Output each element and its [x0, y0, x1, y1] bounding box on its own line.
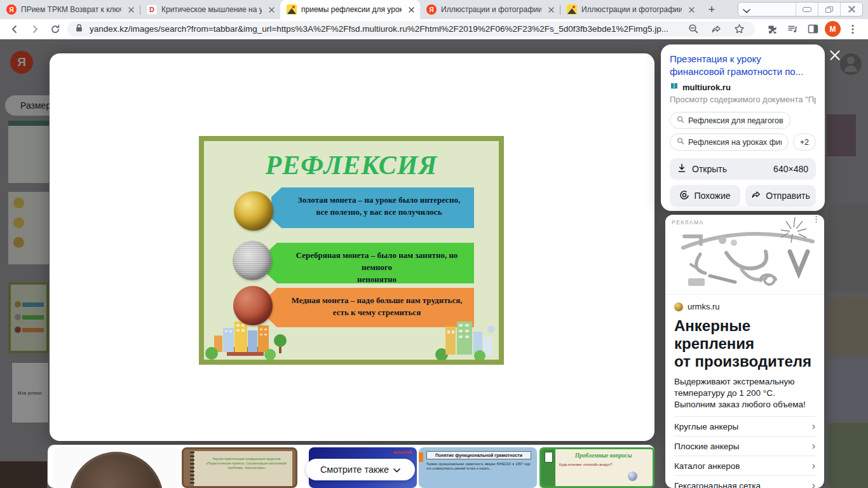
spiral-binding: [190, 452, 194, 485]
ad-sitelinks: Круглые анкеры› Плоские анкеры› Каталог …: [674, 416, 815, 488]
similar-lens-icon: [679, 190, 689, 202]
bookmark-star-icon[interactable]: [731, 21, 747, 37]
dimmed-thumbnail: [828, 360, 868, 419]
tab-title: Иллюстрации и фотографии из: [581, 5, 682, 14]
tab-1[interactable]: ПРием ТРКМ Возврат к ключевы: [0, 0, 140, 19]
thumbnail-notebook[interactable]: Научно-практическая конференция педагого…: [182, 447, 297, 488]
ad-sitelink[interactable]: Круглые анкеры›: [674, 417, 815, 437]
dimmed-thumbnail: [828, 423, 868, 488]
ad-sitelink[interactable]: Каталог анкеров›: [674, 456, 815, 476]
slide-banner-gold: Золотая монета – на уроке было интересно…: [271, 187, 474, 228]
dimmed-user-avatar: [840, 53, 862, 75]
dimmed-thumbnail: [828, 297, 868, 356]
slide-fragment-text: альной: [393, 449, 412, 455]
profile-avatar[interactable]: M: [825, 21, 841, 37]
source-book-icon: [670, 82, 679, 92]
main-image-slide[interactable]: РЕФЛЕКСИЯ Золотая монета – на уроке было…: [199, 136, 504, 365]
tab-close-icon[interactable]: [266, 4, 276, 15]
see-also-button[interactable]: Смотрите также: [306, 459, 415, 480]
back-button[interactable]: [6, 21, 23, 37]
ad-site-domain: urmks.ru: [688, 302, 720, 311]
browser-toolbar: yandex.kz/images/search?from=tabbar&img_…: [0, 19, 868, 39]
zoom-out-icon[interactable]: [685, 21, 702, 37]
chevron-right-icon: ›: [812, 421, 815, 432]
related-query-chip[interactable]: Рефлексия на уроках финансов...: [670, 133, 789, 151]
close-window-button[interactable]: [840, 3, 862, 16]
source-row[interactable]: multiurok.ru: [670, 82, 816, 92]
literacy-title: Понятие функциональной грамотности: [426, 451, 531, 459]
related-query-chip[interactable]: Рефлексия для педагогов: [670, 112, 790, 129]
chevron-down-icon: [393, 464, 400, 475]
yandex-logo: Я: [10, 51, 33, 74]
chevron-right-icon: ›: [812, 440, 815, 452]
tab-2[interactable]: Критическое мышление на урок: [140, 0, 280, 19]
ad-card: РЕКЛАМА ⋮ urmks.ru Анкерные крепления от…: [665, 215, 824, 488]
download-icon: [677, 163, 686, 175]
minimize-button[interactable]: [796, 3, 818, 16]
side-panel-icon[interactable]: [804, 21, 821, 37]
notebook-caption: Научно-практическая конференция педагого…: [205, 457, 288, 470]
close-viewer-button[interactable]: [827, 48, 843, 63]
thumbnail-literacy-slide[interactable]: Понятие функциональной грамотности Терми…: [419, 447, 537, 488]
tab-close-icon[interactable]: [406, 4, 416, 15]
extensions-puzzle-icon[interactable]: [764, 21, 780, 37]
media-playlist-icon[interactable]: [784, 21, 801, 37]
dzen-favicon-icon: [147, 4, 157, 15]
yandex-images-favicon-icon: [567, 4, 577, 15]
tab-close-icon[interactable]: [126, 4, 136, 15]
sphere-graphic: [628, 471, 637, 481]
dimmed-thumbnail: [827, 114, 856, 156]
reload-button[interactable]: [47, 21, 64, 37]
tab-search-chevron-icon[interactable]: [738, 3, 755, 17]
tab-title: Критическое мышление на урок: [161, 5, 262, 14]
old-coin-image: [69, 452, 163, 488]
new-tab-button[interactable]: +: [703, 1, 721, 18]
image-description: Просмотр содержимого документа "Презент.…: [670, 95, 816, 104]
restore-button[interactable]: [818, 3, 840, 16]
tab-title: приемы рефлексии для уроков с: [301, 5, 402, 14]
send-button[interactable]: Отправить: [745, 185, 816, 207]
open-image-button[interactable]: Открыть 640×480: [670, 158, 816, 180]
yandex-favicon-icon: [426, 4, 437, 15]
thumbnail-problems-slide[interactable]: Проблемные вопросы Куда исчезает «плохой…: [539, 447, 654, 488]
browser-menu-dots-icon[interactable]: [844, 21, 861, 37]
slide-banner-silver: Серебряная монета – было нам занятно, но…: [267, 243, 474, 283]
ad-sitelink[interactable]: Плоские анкеры›: [674, 437, 815, 456]
ad-body-text: Выдерживают экстремальную температуру до…: [674, 376, 815, 410]
tab-3-active[interactable]: приемы рефлексии для уроков с: [280, 0, 420, 19]
gold-coin-icon: [234, 191, 273, 231]
forward-button[interactable]: [27, 21, 43, 37]
dimmed-thumbnail: [8, 192, 49, 264]
tab-4[interactable]: Иллюстрации и фотографии из: [420, 0, 560, 19]
more-chips-button[interactable]: +2: [793, 133, 816, 151]
chevron-right-icon: ›: [812, 460, 815, 471]
ad-headline[interactable]: Анкерные крепления от производителя: [674, 317, 815, 370]
ad-menu-dots-icon[interactable]: ⋮: [812, 217, 820, 221]
image-info-card: Презентация к уроку финансовой грамотнос…: [661, 44, 825, 211]
window-controls: [738, 2, 863, 17]
dimmed-thumbnail: [828, 205, 868, 292]
dimmed-thumbnail: [0, 461, 47, 488]
chevron-right-icon: ›: [812, 480, 815, 488]
ad-sitelink[interactable]: Гексагональная сетка›: [674, 476, 815, 488]
address-bar[interactable]: yandex.kz/images/search?from=tabbar&img_…: [67, 22, 755, 37]
share-icon[interactable]: [708, 21, 724, 37]
dimmed-thumbnail-selected: [8, 282, 49, 353]
image-title-link[interactable]: Презентация к уроку финансовой грамотнос…: [670, 53, 816, 78]
tab-title: Иллюстрации и фотографии из: [441, 5, 541, 14]
search-icon: [677, 137, 684, 147]
ad-favicon: [674, 302, 683, 311]
tab-close-icon[interactable]: [686, 4, 696, 15]
thumbnail-coin[interactable]: [54, 447, 179, 488]
source-domain: multiurok.ru: [682, 83, 731, 92]
similar-images-button[interactable]: Похожие: [670, 185, 740, 207]
tab-close-icon[interactable]: [546, 4, 556, 15]
image-resolution: 640×480: [773, 164, 808, 174]
send-arrow-icon: [751, 190, 761, 201]
lock-icon: [75, 24, 83, 35]
ad-image[interactable]: РЕКЛАМА ⋮: [665, 215, 824, 295]
tab-strip: ПРием ТРКМ Возврат к ключевы Критическое…: [0, 0, 868, 19]
url-text: yandex.kz/images/search?from=tabbar&img_…: [90, 24, 679, 34]
ad-site-row[interactable]: urmks.ru: [674, 302, 815, 311]
tab-5[interactable]: Иллюстрации и фотографии из: [560, 0, 700, 19]
